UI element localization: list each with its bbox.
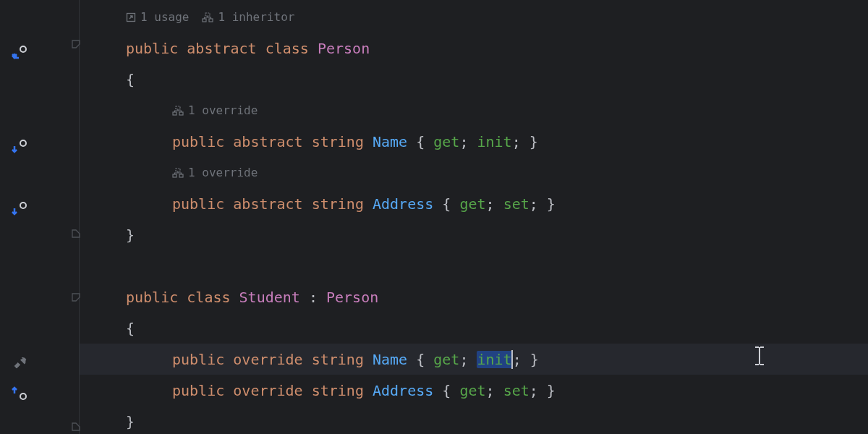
override-label: 1 override [188,103,258,117]
build-icon[interactable] [10,352,30,373]
inheritor-icon [172,168,184,178]
override-hint[interactable]: 1 override [172,166,258,179]
override-hint[interactable]: 1 override [172,103,258,117]
override-up-icon[interactable] [10,383,30,404]
mouse-ibeam-cursor [752,346,767,366]
svg-point-0 [20,46,26,52]
code-line[interactable]: { [80,312,868,344]
code-line[interactable] [80,250,868,281]
inheritor-label: 1 inheritor [218,10,294,24]
override-down-icon[interactable] [10,198,30,218]
code-line[interactable]: public override string Address { get; se… [80,375,868,406]
code-line[interactable]: } [80,219,868,250]
code-lens[interactable]: 1 override [80,157,868,188]
svg-rect-9 [203,19,206,22]
override-label: 1 override [188,166,258,179]
brace: } [126,413,135,430]
svg-rect-10 [209,19,213,22]
keyword: class [265,40,309,57]
code-line[interactable]: public class Student : Person [80,281,868,312]
svg-point-3 [20,203,26,208]
override-down-icon[interactable] [10,136,30,156]
svg-rect-8 [205,13,210,16]
code-line[interactable]: { [80,64,868,95]
code-line[interactable]: public abstract string Address { get; se… [80,188,868,219]
svg-rect-11 [176,106,180,109]
code-line-current[interactable]: public override string Name { get; init;… [80,344,868,375]
svg-point-5 [20,393,26,399]
code-line[interactable]: public abstract string Name { get; init;… [80,126,868,157]
brace: } [126,226,135,244]
svg-point-1 [20,140,26,146]
type-name: Person [326,289,378,306]
property-name: Address [373,382,433,399]
code-line[interactable]: } [80,406,868,434]
gutter-icons [0,0,43,434]
selection: init [477,351,513,368]
svg-rect-13 [179,112,183,115]
brace: { [126,71,135,88]
inheritor-icon [172,106,184,116]
code-lens[interactable]: 1 usage 1 inheritor [80,1,868,33]
property-name: Name [373,133,407,150]
inheritor-hint[interactable]: 1 inheritor [202,10,294,24]
svg-rect-14 [176,169,180,171]
keyword: public [126,40,178,57]
arrow-out-icon [126,12,136,22]
keyword: abstract [187,40,256,57]
property-name: Address [373,195,433,213]
svg-rect-16 [179,174,183,177]
type-name: Student [239,289,300,306]
type-name: Person [318,40,370,57]
brace: { [126,320,135,337]
property-name: Name [373,351,407,368]
code-line[interactable]: public abstract class Person [80,33,868,64]
code-text-area[interactable]: 1 usage 1 inheritor public abstract clas… [80,0,868,434]
inheritor-icon [202,12,213,22]
gutter-outline [43,0,80,434]
svg-rect-15 [173,174,176,177]
usage-hint[interactable]: 1 usage [126,10,189,24]
override-down-icon[interactable] [10,42,30,62]
code-lens[interactable]: 1 override [80,95,868,126]
svg-rect-12 [173,112,176,115]
code-editor[interactable]: 1 usage 1 inheritor public abstract clas… [0,0,868,434]
usage-label: 1 usage [140,10,189,24]
